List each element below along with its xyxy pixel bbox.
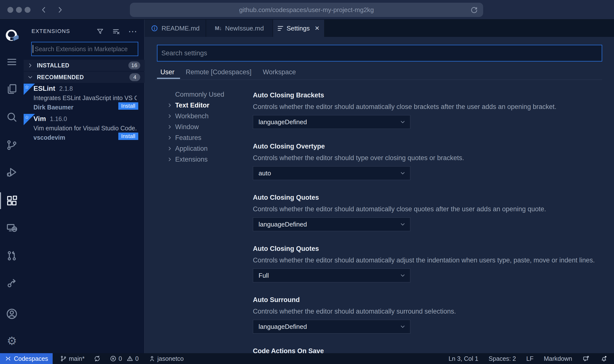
chevron-right-icon <box>27 62 33 69</box>
scope-tab-user[interactable]: User <box>160 68 174 78</box>
status-bar: Codespaces main* 0 0 jasonetco Ln 3, Col… <box>0 353 614 364</box>
pull-requests-button[interactable] <box>0 246 24 265</box>
setting-auto-closing-quotes: Auto Closing Quotes Controls whether the… <box>253 194 602 231</box>
section-recommended[interactable]: RECOMMENDED 4 <box>24 72 145 83</box>
sync-button[interactable] <box>93 355 101 362</box>
share-arrow-icon <box>6 277 18 289</box>
extension-item-vim[interactable]: ☆ Vim 1.16.0 Vim emulation for Visual St… <box>24 114 145 144</box>
source-control-button[interactable] <box>0 136 24 154</box>
toc-extensions[interactable]: Extensions <box>167 154 208 165</box>
browser-forward-button[interactable] <box>56 5 64 14</box>
section-label: INSTALLED <box>37 62 69 69</box>
dropdown-value: languageDefined <box>259 221 307 228</box>
filter-button[interactable] <box>95 26 106 37</box>
setting-auto-closing-brackets: Auto Closing Brackets Controls whether t… <box>253 91 602 129</box>
filter-icon <box>96 27 104 36</box>
window-controls[interactable] <box>7 7 31 13</box>
info-icon <box>151 25 158 32</box>
files-icon <box>6 83 18 95</box>
remote-indicator[interactable]: Codespaces <box>0 353 53 364</box>
tab-readme[interactable]: README.md <box>145 20 206 37</box>
search-button[interactable] <box>0 108 24 126</box>
extensions-button[interactable] <box>0 191 24 210</box>
setting-dropdown[interactable]: auto <box>253 166 410 180</box>
run-debug-button[interactable] <box>0 163 24 182</box>
url-text: github.com/codespaces/user-my-project-mg… <box>239 6 374 14</box>
remote-icon <box>5 355 12 362</box>
section-installed[interactable]: INSTALLED 16 <box>24 60 145 71</box>
notifications-button[interactable] <box>600 355 608 362</box>
feedback-button[interactable] <box>583 355 590 362</box>
account-button[interactable] <box>0 304 24 323</box>
settings-search-input[interactable] <box>157 45 602 61</box>
setting-auto-indent: Auto Closing Quotes Controls whether the… <box>253 245 602 282</box>
explorer-button[interactable] <box>0 80 24 98</box>
account-name: jasonetco <box>157 355 184 362</box>
toc-label: Features <box>175 134 201 142</box>
install-button[interactable]: Install <box>118 102 138 110</box>
traffic-light-icon[interactable] <box>16 7 22 13</box>
star-icon: ☆ <box>25 84 29 90</box>
setting-dropdown[interactable]: languageDefined <box>253 115 410 129</box>
dropdown-value: Full <box>259 272 269 279</box>
traffic-light-icon[interactable] <box>7 7 13 13</box>
chevron-right-icon <box>167 156 173 162</box>
pull-request-icon <box>6 250 18 262</box>
active-scope-underline <box>157 78 180 79</box>
refresh-button[interactable] <box>470 6 478 14</box>
language-mode[interactable]: Markdown <box>544 355 572 362</box>
extensions-icon <box>6 195 18 207</box>
branch-status[interactable]: main* <box>60 355 85 362</box>
chevron-right-icon <box>167 113 173 119</box>
eol-sequence[interactable]: LF <box>526 355 533 362</box>
setting-description: Controls whether the editor should autom… <box>253 308 602 315</box>
share-button[interactable] <box>0 273 24 292</box>
markdown-icon: M↓ <box>215 25 222 31</box>
remote-label: Codespaces <box>14 355 48 362</box>
setting-dropdown[interactable]: Full <box>253 269 410 282</box>
chevron-right-icon <box>167 102 173 108</box>
settings-gear-button[interactable]: ⚙ <box>0 332 24 350</box>
scope-tab-remote[interactable]: Remote [Codespaces] <box>186 68 251 78</box>
remote-explorer-button[interactable] <box>0 218 24 237</box>
account-status[interactable]: jasonetco <box>149 355 184 362</box>
tab-newissue[interactable]: M↓ NewIssue.md <box>206 20 273 37</box>
toc-text-editor[interactable]: Text Editor <box>167 100 209 111</box>
run-debug-icon <box>6 166 18 178</box>
setting-dropdown[interactable]: languageDefined <box>253 320 410 334</box>
chevron-down-icon <box>399 221 406 228</box>
setting-dropdown[interactable]: languageDefined <box>253 217 410 231</box>
dropdown-value: languageDefined <box>259 323 307 331</box>
install-button[interactable]: Install <box>118 133 138 140</box>
clear-extensions-search-button[interactable] <box>111 26 122 37</box>
problems-status[interactable]: 0 0 <box>110 355 139 362</box>
toc-application[interactable]: Application <box>167 143 208 154</box>
gear-icon: ⚙ <box>7 335 17 347</box>
setting-title: Auto Closing Quotes <box>253 194 602 201</box>
address-bar[interactable]: github.com/codespaces/user-my-project-mg… <box>130 3 483 17</box>
extension-author: vscodevim <box>33 134 65 141</box>
extensions-search-input[interactable] <box>31 42 138 56</box>
close-tab-icon[interactable]: ✕ <box>315 25 320 32</box>
menu-button[interactable] <box>0 53 24 71</box>
extension-item-eslint[interactable]: ☆ ESLint 2.1.8 Integrates ESLint JavaScr… <box>24 84 145 114</box>
indentation[interactable]: Spaces: 2 <box>489 355 516 362</box>
sidebar-title: EXTENSIONS <box>31 28 70 34</box>
setting-title: Auto Surround <box>253 296 602 304</box>
toc-features[interactable]: Features <box>167 132 201 143</box>
scope-tab-workspace[interactable]: Workspace <box>263 68 296 78</box>
remote-explorer-icon <box>6 222 18 234</box>
chevron-down-icon <box>399 119 406 125</box>
chevron-right-icon <box>167 146 173 152</box>
tab-settings[interactable]: Settings ✕ <box>273 20 325 37</box>
cursor-position[interactable]: Ln 3, Col 1 <box>448 355 478 362</box>
browser-back-button[interactable] <box>39 5 48 14</box>
toc-window[interactable]: Window <box>167 121 199 132</box>
setting-title: Auto Closing Brackets <box>253 91 602 99</box>
toc-commonly-used[interactable]: Commonly Used <box>167 89 224 100</box>
chevron-down-icon <box>399 323 406 330</box>
toc-label: Window <box>175 123 199 131</box>
toc-workbench[interactable]: Workbench <box>167 111 209 121</box>
traffic-light-icon[interactable] <box>25 7 31 13</box>
more-actions-button[interactable]: ⋯ <box>127 26 138 37</box>
